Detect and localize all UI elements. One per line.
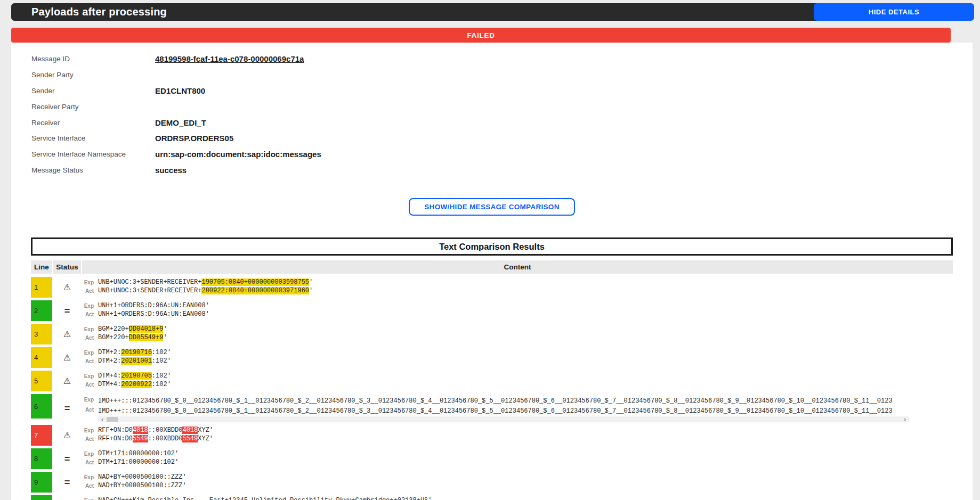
line-content: NAD+BY+0000500100::ZZZ' [98, 473, 187, 482]
exp-label: Exp [82, 372, 94, 381]
line-content: BGM+220+DD04018+9' [98, 325, 167, 334]
comparison-row: 1⚠ExpUNB+UNOC:3+SENDER+RECEIVER+190705:0… [31, 277, 953, 298]
line-content: IMD+++:::0123456780_$_0__0123456780_$_1_… [98, 407, 893, 415]
line-number-cell: 3 [31, 324, 52, 345]
expected-line: ExpDTM+4:20190705:102' [82, 372, 953, 381]
act-label: Act [82, 482, 94, 490]
exp-label: Exp [82, 396, 94, 406]
actual-line: ActUNB+UNOC:3+SENDER+RECEIVER+200922:084… [82, 287, 953, 296]
hide-details-button[interactable]: HIDE DETAILS [814, 3, 974, 21]
comparison-row: 8=ExpDTM+171:00000000:102'ActDTM+171:000… [31, 448, 953, 469]
line-number-cell: 10 [31, 495, 52, 500]
line-number-cell: 7 [31, 425, 52, 446]
status-cell: ⚠ [53, 371, 81, 391]
line-number-cell: 9 [31, 472, 52, 493]
details-row: Receiver Party [31, 99, 973, 114]
diff-highlight: 20200922 [121, 381, 152, 388]
diff-highlight: 190705:0840+0000000003598755 [201, 278, 309, 286]
content-cell: ExpDTM+4:20190705:102'ActDTM+4:20200922:… [82, 371, 953, 391]
content-cell: ExpDTM+2:20190716:102'ActDTM+2:20201001:… [82, 347, 953, 368]
warning-icon: ⚠ [63, 283, 71, 292]
details-value: urn:sap-com:document:sap:idoc:messages [155, 150, 321, 159]
content-sheet: Message ID48199598-fcaf-11ea-c078-000000… [11, 43, 973, 500]
line-content: NAD+BY+0000500100::ZZZ' [98, 482, 187, 490]
line-number-cell: 4 [31, 347, 52, 368]
diff-highlight: DD05549+9 [129, 334, 164, 341]
scrollbar-thumb[interactable] [107, 417, 118, 422]
details-label: Receiver Party [31, 103, 155, 111]
message-id-link[interactable]: 48199598-fcaf-11ea-c078-00000069c71a [155, 54, 304, 63]
diff-highlight: 20201001 [121, 357, 152, 365]
status-cell: = [53, 472, 81, 493]
scroll-clip: IMD+++:::0123456780_$_0__0123456780_$_1_… [98, 396, 909, 406]
column-header-content: Content [82, 260, 953, 274]
horizontal-scrollbar[interactable]: ‹› [98, 416, 909, 422]
line-number-cell: 8 [31, 448, 52, 469]
act-label: Act [82, 435, 94, 444]
diff-highlight: 200922:0840+0000000003971960 [201, 287, 309, 294]
details-label: Service Interface Namespace [31, 150, 155, 158]
line-content: BGM+220+DD05549+9' [98, 334, 167, 342]
act-label: Act [82, 310, 94, 319]
status-cell: ⚠ [53, 425, 81, 446]
line-content: UNH+1+ORDERS:D:96A:UN:EAN008' [98, 302, 209, 310]
details-value: success [155, 166, 187, 175]
status-cell: ⚠ [53, 347, 81, 368]
page-title: Payloads after processing [31, 6, 167, 18]
diff-highlight: 20190716 [121, 349, 152, 356]
comparison-row: 5⚠ExpDTM+4:20190705:102'ActDTM+4:2020092… [31, 371, 953, 391]
status-banner-label: FAILED [467, 31, 495, 39]
content-cell: ExpNAD+CN+++Kim Possible Inc. - East+123… [82, 495, 953, 500]
expected-line: ExpDTM+171:00000000:102' [82, 450, 953, 458]
exp-label: Exp [82, 278, 94, 287]
act-label: Act [82, 458, 94, 467]
content-cell: ExpUNH+1+ORDERS:D:96A:UN:EAN008'ActUNH+1… [82, 300, 953, 321]
details-row: Service Interface Namespaceurn:sap-com:d… [31, 146, 973, 162]
show-hide-message-comparison-button[interactable]: SHOW/HIDE MESSAGE COMPARISON [409, 198, 575, 216]
content-cell: ExpRFF+ON:D04018::00XBDD04018XYZ'ActRFF+… [82, 425, 953, 446]
expected-line: ExpUNH+1+ORDERS:D:96A:UN:EAN008' [82, 302, 953, 310]
expected-line: ExpNAD+BY+0000500100::ZZZ' [82, 473, 953, 482]
expected-line: ExpDTM+2:20190716:102' [82, 349, 953, 357]
line-content: DTM+4:20200922:102' [98, 381, 171, 389]
line-content: RFF+ON:D05549::00XBDD05549XYZ' [98, 435, 213, 444]
act-label: Act [82, 357, 94, 366]
status-cell: = [53, 300, 81, 321]
line-content: DTM+171:00000000:102' [98, 458, 179, 467]
line-content: DTM+2:20201001:102' [98, 357, 171, 366]
comparison-table-header: Line Status Content [31, 260, 953, 274]
expected-line: ExpNAD+CN+++Kim Possible Inc. - East+123… [82, 497, 953, 500]
status-cell: ⚠ [53, 324, 81, 345]
details-label: Sender Party [31, 71, 155, 79]
diff-highlight: 5549 [182, 435, 198, 442]
actual-line: ActBGM+220+DD05549+9' [82, 334, 953, 342]
status-banner: FAILED [11, 28, 951, 43]
column-header-line: Line [31, 260, 52, 274]
line-content: IMD+++:::0123456780_$_0__0123456780_$_1_… [98, 397, 893, 405]
details-label: Receiver [31, 119, 155, 127]
expected-line: ExpIMD+++:::0123456780_$_0__0123456780_$… [82, 396, 953, 406]
details-row: Message Statussuccess [31, 162, 973, 178]
column-header-status: Status [53, 260, 81, 274]
line-number-cell: 1 [31, 277, 52, 298]
line-number-cell: 5 [31, 371, 52, 391]
diff-highlight: 4018 [133, 427, 148, 434]
line-content: NAD+CN+++Kim Possible Inc. - East+12345 … [98, 497, 432, 500]
scroll-right-icon[interactable]: › [901, 417, 909, 422]
exp-label: Exp [82, 427, 94, 435]
act-label: Act [82, 287, 94, 296]
line-content: UNH+1+ORDERS:D:96A:UN:EAN008' [98, 310, 209, 319]
content-cell: ExpDTM+171:00000000:102'ActDTM+171:00000… [82, 448, 953, 469]
comparison-row: 3⚠ExpBGM+220+DD04018+9'ActBGM+220+DD0554… [31, 324, 953, 345]
page-header-bar: Payloads after processing [11, 3, 950, 21]
warning-icon: ⚠ [63, 431, 71, 440]
details-row: ReceiverDEMO_EDI_T [31, 114, 973, 130]
scroll-left-icon[interactable]: ‹ [98, 417, 107, 422]
status-cell: = [53, 448, 81, 469]
content-cell: ExpNAD+BY+0000500100::ZZZ'ActNAD+BY+0000… [82, 472, 953, 493]
details-label: Sender [31, 87, 155, 95]
status-cell: ⚠ [53, 277, 81, 298]
text-comparison-results-title: Text Comparison Results [31, 237, 953, 256]
scroll-clip: IMD+++:::0123456780_$_0__0123456780_$_1_… [98, 406, 909, 416]
comparison-row: 10=ExpNAD+CN+++Kim Possible Inc. - East+… [31, 495, 953, 500]
